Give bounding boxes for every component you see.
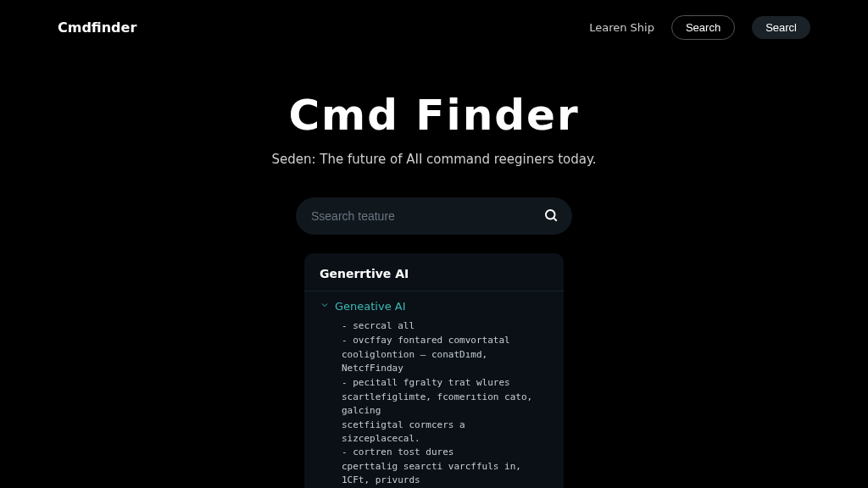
code-line: cperttalig searcti varcffuls in, 1CFt, p… (342, 460, 548, 487)
svg-point-0 (546, 210, 555, 219)
code-line: cooliglontion – conatDımd, NetcfFinday (342, 348, 548, 375)
nav: Learen Ship Search Searcl (589, 15, 810, 40)
code-line: scartlefiglimte, fcomerıtion cato, galci… (342, 391, 548, 418)
page-subtitle: Seden: The future of AII command reegine… (0, 152, 868, 167)
chevron-down-icon (320, 300, 330, 313)
search-button-primary[interactable]: Searcl (752, 16, 810, 39)
nav-link-learn[interactable]: Learen Ship (589, 21, 654, 34)
tree-node-label: Geneative AI (335, 300, 406, 313)
page-title: Cmd Finder (0, 91, 868, 140)
search-input[interactable] (296, 197, 572, 235)
results-card: Generrtive AI Geneative AI - secrcal all… (304, 253, 564, 488)
tree-content: - secrcal all- ovcffay fontared comvorta… (342, 319, 548, 488)
card-title: Generrtive AI (304, 267, 564, 291)
search-icon[interactable] (543, 208, 559, 226)
search-button-outline[interactable]: Search (671, 15, 735, 40)
code-line: - cortren tost dures (342, 446, 548, 459)
code-line: - ovcffay fontared comvortatal (342, 334, 548, 347)
svg-line-1 (554, 218, 556, 220)
tree-node-generative-ai[interactable]: Geneative AI (320, 300, 548, 313)
code-line: scetfiigtal cormcers a sizceplacecal. (342, 419, 548, 446)
logo: Cmdfinder (58, 19, 136, 36)
code-line: - secrcal all (342, 319, 548, 333)
code-line: - pecitall fgralty trat wlures (342, 376, 548, 390)
